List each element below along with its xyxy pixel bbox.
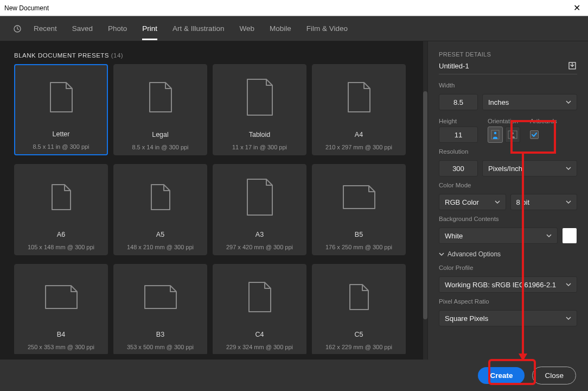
tab-recent[interactable]: Recent xyxy=(34,17,57,40)
preset-label: Tabloid xyxy=(249,131,271,138)
preset-a4[interactable]: A4 210 x 297 mm @ 300 ppi xyxy=(312,64,406,155)
presets-header: BLANK DOCUMENT PRESETS (14) xyxy=(14,52,409,59)
chevron-down-icon xyxy=(439,251,444,257)
background-color-swatch[interactable] xyxy=(562,228,577,244)
background-contents-select[interactable]: White xyxy=(439,228,558,244)
resolution-input[interactable] xyxy=(439,160,478,176)
chevron-down-icon xyxy=(495,199,500,205)
preset-c4[interactable]: C4 229 x 324 mm @ 300 ppi xyxy=(213,264,306,354)
window-titlebar: New Document ✕ xyxy=(0,0,588,16)
orientation-label: Orientation xyxy=(488,118,520,124)
preset-label: Legal xyxy=(152,131,169,138)
chevron-down-icon xyxy=(546,233,552,238)
preset-legal[interactable]: Legal 8.5 x 14 in @ 300 ppi xyxy=(113,64,207,155)
resolution-label: Resolution xyxy=(439,148,577,155)
preset-a5[interactable]: A5 148 x 210 mm @ 300 ppi xyxy=(113,164,207,255)
preset-details-title: PRESET DETAILS xyxy=(439,51,577,58)
height-label: Height xyxy=(439,118,478,124)
preset-c5[interactable]: C5 162 x 229 mm @ 300 ppi xyxy=(312,264,406,354)
document-icon xyxy=(343,169,375,225)
create-button[interactable]: Create xyxy=(478,367,525,384)
pixel-aspect-ratio-label: Pixel Aspect Ratio xyxy=(439,298,577,305)
main-area: BLANK DOCUMENT PRESETS (14) Letter 8.5 x… xyxy=(0,41,588,391)
tab-film-video[interactable]: Film & Video xyxy=(306,17,348,40)
chevron-down-icon xyxy=(566,316,571,321)
advanced-options-toggle[interactable]: Advanced Options xyxy=(439,250,577,258)
save-preset-icon[interactable] xyxy=(567,61,577,71)
preset-scrollbar[interactable] xyxy=(423,41,427,391)
preset-label: B5 xyxy=(355,231,363,238)
svg-point-3 xyxy=(494,132,496,134)
chevron-down-icon xyxy=(566,199,571,205)
preset-label: A5 xyxy=(156,231,164,238)
preset-meta: 229 x 324 mm @ 300 ppi xyxy=(226,344,293,350)
preset-meta: 176 x 250 mm @ 300 ppi xyxy=(325,244,392,250)
preset-label: A4 xyxy=(355,131,363,138)
preset-letter[interactable]: Letter 8.5 x 11 in @ 300 ppi xyxy=(14,64,108,155)
preset-meta: 105 x 148 mm @ 300 ppi xyxy=(28,244,94,250)
artboards-checkbox[interactable] xyxy=(530,130,539,139)
document-icon xyxy=(151,169,170,225)
preset-meta: 353 x 500 mm @ 300 ppi xyxy=(127,344,194,350)
width-input[interactable] xyxy=(439,94,478,110)
preset-b5[interactable]: B5 176 x 250 mm @ 300 ppi xyxy=(312,164,406,255)
preset-label: C4 xyxy=(255,331,264,338)
preset-a3[interactable]: A3 297 x 420 mm @ 300 ppi xyxy=(213,164,306,255)
close-button[interactable]: Close xyxy=(532,367,576,384)
preset-meta: 250 x 353 mm @ 300 ppi xyxy=(28,344,94,350)
document-icon xyxy=(52,169,71,225)
preset-tabloid[interactable]: Tabloid 11 x 17 in @ 300 ppi xyxy=(213,64,306,155)
tab-art-illustration[interactable]: Art & Illustration xyxy=(172,17,224,40)
category-tabbar: RecentSavedPhotoPrintArt & IllustrationW… xyxy=(0,16,588,41)
document-icon xyxy=(247,69,273,125)
chevron-down-icon xyxy=(566,282,571,287)
preset-meta: 210 x 297 mm @ 300 ppi xyxy=(325,144,392,150)
pixel-aspect-ratio-select[interactable]: Square Pixels xyxy=(439,310,577,326)
document-icon xyxy=(348,69,370,125)
width-label: Width xyxy=(439,82,577,89)
orientation-portrait-button[interactable] xyxy=(488,127,503,143)
height-input[interactable] xyxy=(439,127,478,143)
window-title: New Document xyxy=(4,4,570,12)
preset-b4[interactable]: B4 250 x 353 mm @ 300 ppi xyxy=(14,264,108,354)
document-icon xyxy=(45,269,78,325)
presets-header-label: BLANK DOCUMENT PRESETS xyxy=(14,52,109,59)
preset-meta: 297 x 420 mm @ 300 ppi xyxy=(226,244,293,250)
preset-label: A6 xyxy=(57,231,65,238)
tab-photo[interactable]: Photo xyxy=(108,17,127,40)
check-icon xyxy=(531,131,538,138)
background-contents-label: Background Contents xyxy=(439,216,577,222)
recent-clock-icon xyxy=(13,24,22,33)
preset-label: B4 xyxy=(57,331,65,338)
presets-count: (14) xyxy=(111,52,123,59)
resolution-unit-select[interactable]: Pixels/Inch xyxy=(482,160,577,176)
document-icon xyxy=(50,70,73,125)
preset-meta: 148 x 210 mm @ 300 ppi xyxy=(127,244,194,250)
color-depth-select[interactable]: 8 bit xyxy=(510,194,578,210)
preset-meta: 11 x 17 in @ 300 ppi xyxy=(232,144,287,150)
preset-label: A3 xyxy=(255,231,264,238)
orientation-landscape-button[interactable] xyxy=(505,127,520,143)
preset-label: C5 xyxy=(355,331,363,338)
preset-grid: Letter 8.5 x 11 in @ 300 ppi Legal 8.5 x… xyxy=(14,64,409,354)
window-close-button[interactable]: ✕ xyxy=(570,3,584,13)
chevron-down-icon xyxy=(566,99,571,105)
width-unit-select[interactable]: Inches xyxy=(482,94,577,110)
preset-meta: 8.5 x 11 in @ 300 ppi xyxy=(33,143,89,150)
dialog-footer: Create Close xyxy=(0,360,588,391)
document-icon xyxy=(248,269,271,325)
document-name-input[interactable] xyxy=(439,62,563,70)
tab-mobile[interactable]: Mobile xyxy=(270,17,291,40)
preset-label: Letter xyxy=(53,130,70,138)
color-mode-select[interactable]: RGB Color xyxy=(439,194,506,210)
artboards-label: Artboards xyxy=(530,118,557,124)
tab-print[interactable]: Print xyxy=(142,17,157,40)
color-profile-select[interactable]: Working RGB: sRGB IEC61966-2.1 xyxy=(439,276,577,293)
tab-saved[interactable]: Saved xyxy=(72,17,93,40)
document-icon xyxy=(349,269,369,325)
color-mode-label: Color Mode xyxy=(439,182,577,188)
preset-details-panel: PRESET DETAILS Width Inches Height Orien… xyxy=(427,41,588,391)
tab-web[interactable]: Web xyxy=(239,17,254,40)
preset-b3[interactable]: B3 353 x 500 mm @ 300 ppi xyxy=(113,264,207,354)
preset-a6[interactable]: A6 105 x 148 mm @ 300 ppi xyxy=(14,164,108,255)
